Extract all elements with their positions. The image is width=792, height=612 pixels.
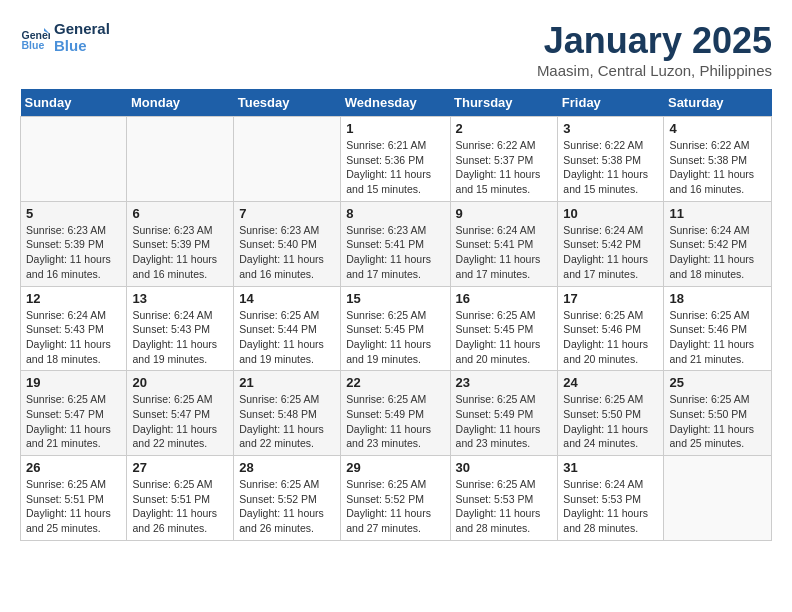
title-block: January 2025 Maasim, Central Luzon, Phil… bbox=[537, 20, 772, 79]
day-info: Sunrise: 6:25 AM Sunset: 5:52 PM Dayligh… bbox=[346, 477, 444, 536]
day-info: Sunrise: 6:25 AM Sunset: 5:51 PM Dayligh… bbox=[132, 477, 228, 536]
weekday-header-row: SundayMondayTuesdayWednesdayThursdayFrid… bbox=[21, 89, 772, 117]
page-header: General Blue General Blue January 2025 M… bbox=[20, 20, 772, 79]
day-number: 21 bbox=[239, 375, 335, 390]
day-info: Sunrise: 6:25 AM Sunset: 5:47 PM Dayligh… bbox=[26, 392, 121, 451]
calendar-cell: 20Sunrise: 6:25 AM Sunset: 5:47 PM Dayli… bbox=[127, 371, 234, 456]
day-number: 17 bbox=[563, 291, 658, 306]
day-info: Sunrise: 6:22 AM Sunset: 5:38 PM Dayligh… bbox=[669, 138, 766, 197]
day-number: 5 bbox=[26, 206, 121, 221]
calendar-cell bbox=[21, 117, 127, 202]
day-number: 29 bbox=[346, 460, 444, 475]
calendar-cell: 18Sunrise: 6:25 AM Sunset: 5:46 PM Dayli… bbox=[664, 286, 772, 371]
calendar-week-row: 19Sunrise: 6:25 AM Sunset: 5:47 PM Dayli… bbox=[21, 371, 772, 456]
day-number: 3 bbox=[563, 121, 658, 136]
calendar-cell: 11Sunrise: 6:24 AM Sunset: 5:42 PM Dayli… bbox=[664, 201, 772, 286]
day-info: Sunrise: 6:23 AM Sunset: 5:41 PM Dayligh… bbox=[346, 223, 444, 282]
calendar-cell: 4Sunrise: 6:22 AM Sunset: 5:38 PM Daylig… bbox=[664, 117, 772, 202]
calendar-cell: 8Sunrise: 6:23 AM Sunset: 5:41 PM Daylig… bbox=[341, 201, 450, 286]
calendar-cell: 29Sunrise: 6:25 AM Sunset: 5:52 PM Dayli… bbox=[341, 456, 450, 541]
calendar-cell bbox=[127, 117, 234, 202]
day-number: 2 bbox=[456, 121, 553, 136]
day-number: 10 bbox=[563, 206, 658, 221]
day-info: Sunrise: 6:25 AM Sunset: 5:45 PM Dayligh… bbox=[456, 308, 553, 367]
day-info: Sunrise: 6:25 AM Sunset: 5:50 PM Dayligh… bbox=[563, 392, 658, 451]
day-info: Sunrise: 6:23 AM Sunset: 5:39 PM Dayligh… bbox=[26, 223, 121, 282]
day-info: Sunrise: 6:24 AM Sunset: 5:41 PM Dayligh… bbox=[456, 223, 553, 282]
calendar-cell: 3Sunrise: 6:22 AM Sunset: 5:38 PM Daylig… bbox=[558, 117, 664, 202]
calendar-week-row: 1Sunrise: 6:21 AM Sunset: 5:36 PM Daylig… bbox=[21, 117, 772, 202]
day-info: Sunrise: 6:25 AM Sunset: 5:46 PM Dayligh… bbox=[563, 308, 658, 367]
day-info: Sunrise: 6:24 AM Sunset: 5:53 PM Dayligh… bbox=[563, 477, 658, 536]
day-info: Sunrise: 6:24 AM Sunset: 5:43 PM Dayligh… bbox=[26, 308, 121, 367]
day-info: Sunrise: 6:24 AM Sunset: 5:42 PM Dayligh… bbox=[563, 223, 658, 282]
day-info: Sunrise: 6:25 AM Sunset: 5:45 PM Dayligh… bbox=[346, 308, 444, 367]
day-number: 4 bbox=[669, 121, 766, 136]
logo-general: General bbox=[54, 20, 110, 37]
calendar-cell: 5Sunrise: 6:23 AM Sunset: 5:39 PM Daylig… bbox=[21, 201, 127, 286]
day-number: 18 bbox=[669, 291, 766, 306]
calendar-cell: 17Sunrise: 6:25 AM Sunset: 5:46 PM Dayli… bbox=[558, 286, 664, 371]
weekday-header-thursday: Thursday bbox=[450, 89, 558, 117]
day-number: 24 bbox=[563, 375, 658, 390]
weekday-header-tuesday: Tuesday bbox=[234, 89, 341, 117]
calendar-cell: 1Sunrise: 6:21 AM Sunset: 5:36 PM Daylig… bbox=[341, 117, 450, 202]
day-number: 27 bbox=[132, 460, 228, 475]
weekday-header-saturday: Saturday bbox=[664, 89, 772, 117]
day-info: Sunrise: 6:22 AM Sunset: 5:37 PM Dayligh… bbox=[456, 138, 553, 197]
day-number: 26 bbox=[26, 460, 121, 475]
calendar-cell: 22Sunrise: 6:25 AM Sunset: 5:49 PM Dayli… bbox=[341, 371, 450, 456]
day-number: 28 bbox=[239, 460, 335, 475]
calendar-cell: 28Sunrise: 6:25 AM Sunset: 5:52 PM Dayli… bbox=[234, 456, 341, 541]
calendar-cell: 23Sunrise: 6:25 AM Sunset: 5:49 PM Dayli… bbox=[450, 371, 558, 456]
day-info: Sunrise: 6:25 AM Sunset: 5:49 PM Dayligh… bbox=[456, 392, 553, 451]
day-info: Sunrise: 6:25 AM Sunset: 5:46 PM Dayligh… bbox=[669, 308, 766, 367]
calendar-week-row: 26Sunrise: 6:25 AM Sunset: 5:51 PM Dayli… bbox=[21, 456, 772, 541]
calendar-cell: 2Sunrise: 6:22 AM Sunset: 5:37 PM Daylig… bbox=[450, 117, 558, 202]
calendar-table: SundayMondayTuesdayWednesdayThursdayFrid… bbox=[20, 89, 772, 541]
weekday-header-friday: Friday bbox=[558, 89, 664, 117]
day-number: 23 bbox=[456, 375, 553, 390]
day-info: Sunrise: 6:25 AM Sunset: 5:52 PM Dayligh… bbox=[239, 477, 335, 536]
day-number: 7 bbox=[239, 206, 335, 221]
day-info: Sunrise: 6:23 AM Sunset: 5:39 PM Dayligh… bbox=[132, 223, 228, 282]
weekday-header-sunday: Sunday bbox=[21, 89, 127, 117]
calendar-cell: 19Sunrise: 6:25 AM Sunset: 5:47 PM Dayli… bbox=[21, 371, 127, 456]
day-info: Sunrise: 6:25 AM Sunset: 5:48 PM Dayligh… bbox=[239, 392, 335, 451]
day-number: 8 bbox=[346, 206, 444, 221]
day-number: 25 bbox=[669, 375, 766, 390]
calendar-cell: 14Sunrise: 6:25 AM Sunset: 5:44 PM Dayli… bbox=[234, 286, 341, 371]
day-number: 15 bbox=[346, 291, 444, 306]
calendar-cell: 30Sunrise: 6:25 AM Sunset: 5:53 PM Dayli… bbox=[450, 456, 558, 541]
calendar-cell: 9Sunrise: 6:24 AM Sunset: 5:41 PM Daylig… bbox=[450, 201, 558, 286]
day-number: 30 bbox=[456, 460, 553, 475]
calendar-week-row: 5Sunrise: 6:23 AM Sunset: 5:39 PM Daylig… bbox=[21, 201, 772, 286]
calendar-cell: 7Sunrise: 6:23 AM Sunset: 5:40 PM Daylig… bbox=[234, 201, 341, 286]
day-number: 31 bbox=[563, 460, 658, 475]
month-title: January 2025 bbox=[537, 20, 772, 62]
day-info: Sunrise: 6:24 AM Sunset: 5:43 PM Dayligh… bbox=[132, 308, 228, 367]
svg-text:Blue: Blue bbox=[22, 39, 45, 51]
day-number: 13 bbox=[132, 291, 228, 306]
day-number: 11 bbox=[669, 206, 766, 221]
calendar-cell: 26Sunrise: 6:25 AM Sunset: 5:51 PM Dayli… bbox=[21, 456, 127, 541]
calendar-cell: 24Sunrise: 6:25 AM Sunset: 5:50 PM Dayli… bbox=[558, 371, 664, 456]
day-number: 12 bbox=[26, 291, 121, 306]
weekday-header-wednesday: Wednesday bbox=[341, 89, 450, 117]
calendar-week-row: 12Sunrise: 6:24 AM Sunset: 5:43 PM Dayli… bbox=[21, 286, 772, 371]
calendar-cell: 25Sunrise: 6:25 AM Sunset: 5:50 PM Dayli… bbox=[664, 371, 772, 456]
day-number: 20 bbox=[132, 375, 228, 390]
day-info: Sunrise: 6:25 AM Sunset: 5:47 PM Dayligh… bbox=[132, 392, 228, 451]
logo-blue: Blue bbox=[54, 37, 110, 54]
day-number: 1 bbox=[346, 121, 444, 136]
day-info: Sunrise: 6:21 AM Sunset: 5:36 PM Dayligh… bbox=[346, 138, 444, 197]
day-info: Sunrise: 6:24 AM Sunset: 5:42 PM Dayligh… bbox=[669, 223, 766, 282]
day-number: 9 bbox=[456, 206, 553, 221]
calendar-cell bbox=[664, 456, 772, 541]
weekday-header-monday: Monday bbox=[127, 89, 234, 117]
calendar-cell: 13Sunrise: 6:24 AM Sunset: 5:43 PM Dayli… bbox=[127, 286, 234, 371]
calendar-cell: 10Sunrise: 6:24 AM Sunset: 5:42 PM Dayli… bbox=[558, 201, 664, 286]
calendar-cell: 6Sunrise: 6:23 AM Sunset: 5:39 PM Daylig… bbox=[127, 201, 234, 286]
day-number: 22 bbox=[346, 375, 444, 390]
location: Maasim, Central Luzon, Philippines bbox=[537, 62, 772, 79]
